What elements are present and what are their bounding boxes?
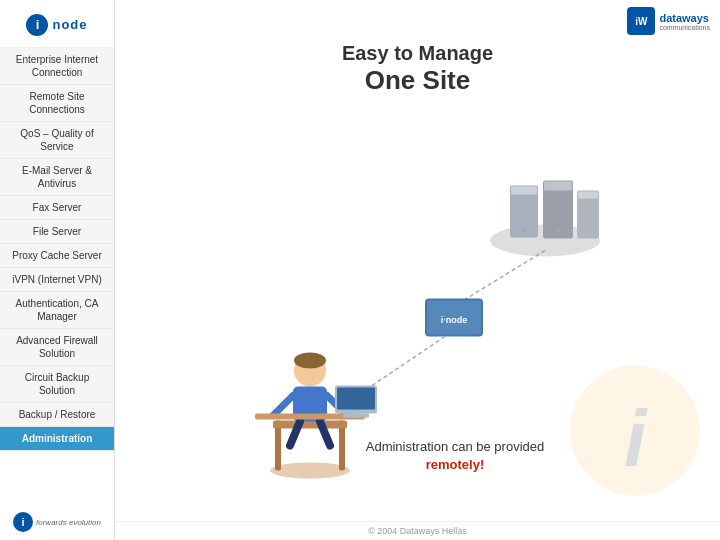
copyright-text: © 2004 Dataways Hellas	[115, 521, 720, 540]
svg-rect-20	[293, 387, 327, 422]
sidebar-item-file-server[interactable]: File Server	[0, 220, 114, 244]
sidebar-item-fax-server[interactable]: Fax Server	[0, 196, 114, 220]
svg-rect-5	[544, 182, 572, 191]
dataways-logo: iW dataways communications	[627, 7, 710, 35]
sidebar: i node Enterprise Internet ConnectionRem…	[0, 0, 115, 540]
svg-rect-10	[425, 299, 483, 337]
sidebar-items: Enterprise Internet ConnectionRemote Sit…	[0, 48, 114, 451]
svg-line-9	[455, 251, 545, 306]
sidebar-item-qos[interactable]: QoS – Quality of Service	[0, 122, 114, 159]
dataways-subtitle: communications	[659, 24, 710, 31]
dataways-logo-icon: iW	[627, 7, 655, 35]
svg-rect-17	[273, 421, 347, 429]
sidebar-item-firewall[interactable]: Advanced Firewall Solution	[0, 329, 114, 366]
sidebar-item-remote-site[interactable]: Remote Site Connections	[0, 85, 114, 122]
svg-text:i: i	[624, 394, 648, 483]
top-bar: iW dataways communications	[115, 0, 720, 42]
sidebar-item-circuit-backup[interactable]: Circuit Backup Solution	[0, 366, 114, 403]
dataways-text-block: dataways communications	[659, 12, 710, 31]
sidebar-item-email-server[interactable]: E-Mail Server & Antivirus	[0, 159, 114, 196]
sidebar-item-auth-ca[interactable]: Authentication, CA Manager	[0, 292, 114, 329]
sidebar-item-administration[interactable]: Administration	[0, 427, 114, 451]
diagram-area: i·node	[115, 100, 720, 521]
svg-line-13	[335, 337, 445, 411]
title-line1: Easy to Manage	[125, 42, 710, 65]
svg-point-18	[294, 355, 326, 387]
svg-line-24	[320, 422, 330, 446]
svg-rect-2	[511, 187, 537, 195]
sidebar-item-ivpn[interactable]: iVPN (Internet VPN)	[0, 268, 114, 292]
svg-line-21	[273, 396, 293, 416]
svg-point-3	[522, 229, 526, 233]
svg-rect-25	[255, 414, 365, 420]
dataways-name: dataways	[659, 12, 710, 24]
svg-point-29	[570, 366, 700, 496]
logo-i-icon: i	[26, 14, 48, 36]
title-line2: One Site	[125, 65, 710, 96]
svg-rect-15	[275, 421, 281, 471]
svg-rect-4	[543, 181, 573, 239]
sidebar-item-backup-restore[interactable]: Backup / Restore	[0, 403, 114, 427]
svg-point-14	[270, 463, 350, 479]
svg-rect-27	[337, 388, 375, 410]
svg-line-23	[290, 422, 300, 446]
logo-area: i node	[0, 0, 114, 48]
footer-logo-i: i	[13, 512, 33, 532]
sidebar-item-proxy-cache[interactable]: Proxy Cache Server	[0, 244, 114, 268]
svg-rect-11	[427, 301, 481, 335]
svg-text:Administration can be provided: Administration can be provided	[366, 439, 545, 454]
svg-point-19	[294, 353, 326, 369]
svg-point-0	[490, 225, 600, 257]
svg-rect-16	[339, 421, 345, 471]
diagram-svg: i·node	[115, 100, 720, 521]
footer-tagline: forwards evolution	[36, 518, 101, 527]
svg-text:i·node: i·node	[441, 315, 468, 325]
svg-rect-1	[510, 186, 538, 238]
svg-point-6	[556, 229, 560, 233]
svg-rect-26	[335, 386, 377, 414]
svg-rect-28	[343, 414, 369, 418]
svg-line-22	[327, 396, 347, 416]
main-content: iW dataways communications Easy to Manag…	[115, 0, 720, 540]
sidebar-item-enterprise-internet[interactable]: Enterprise Internet Connection	[0, 48, 114, 85]
sidebar-footer: i forwards evolution	[0, 504, 114, 540]
logo-box: i node	[26, 14, 87, 36]
svg-rect-7	[577, 191, 599, 239]
svg-rect-8	[578, 192, 598, 199]
content-title: Easy to Manage One Site	[115, 42, 720, 100]
svg-text:remotely!: remotely!	[426, 457, 485, 472]
logo-name: node	[52, 17, 87, 32]
